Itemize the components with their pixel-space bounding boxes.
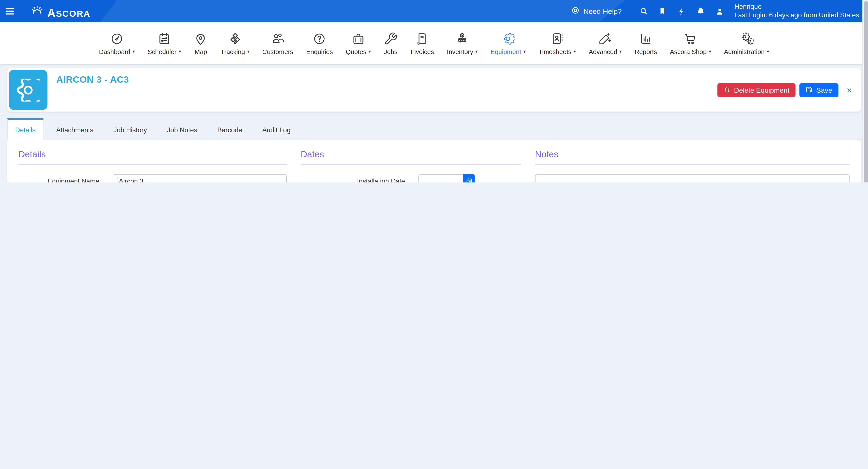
- equipment-header-card: AIRCON 3 - AC3 Delete Equipment: [7, 68, 861, 112]
- chevron-down-icon: ▾: [247, 49, 249, 54]
- dashboard-icon: [110, 31, 124, 45]
- lifebuoy-icon: [571, 6, 580, 17]
- notifications-bell-icon[interactable]: [691, 6, 710, 16]
- nav-item-label: Tracking: [221, 48, 245, 55]
- tab-job-history[interactable]: Job History: [106, 118, 154, 139]
- customers-icon: [271, 31, 285, 45]
- bookmark-icon[interactable]: [653, 7, 672, 15]
- nav-item-ascora-shop[interactable]: Ascora Shop ▾: [668, 31, 713, 55]
- logo-text: ASCORA: [48, 7, 90, 18]
- section-divider: [19, 164, 287, 165]
- user-info: Henrique Last Login: 6 days ago from Uni…: [734, 3, 859, 20]
- nav-item-label: Inventory: [447, 48, 473, 55]
- inventory-icon: [455, 31, 469, 45]
- tab-job-notes[interactable]: Job Notes: [160, 118, 205, 139]
- nav-item-inventory[interactable]: Inventory ▾: [445, 31, 480, 55]
- chevron-down-icon: ▾: [574, 49, 576, 54]
- tab-bar: Details Attachments Job History Job Note…: [7, 118, 861, 139]
- enquiries-icon: [313, 31, 327, 45]
- installation-date-calendar-button[interactable]: [463, 174, 475, 182]
- trash-icon: [723, 86, 731, 95]
- chevron-down-icon: ▾: [523, 49, 526, 54]
- tab-label: Job History: [114, 126, 147, 134]
- nav-item-enquiries[interactable]: Enquiries: [304, 31, 335, 55]
- details-panel: Details Equipment NameAircon 3Equipment …: [7, 139, 861, 182]
- nav-item-jobs[interactable]: Jobs: [381, 31, 400, 55]
- reports-icon: [639, 31, 653, 45]
- map-pin-icon: [194, 31, 208, 45]
- nav-item-label: Jobs: [384, 48, 397, 55]
- nav-item-label: Invoices: [410, 48, 434, 55]
- notes-textarea[interactable]: [535, 174, 850, 182]
- tab-barcode[interactable]: Barcode: [210, 118, 249, 139]
- nav-item-label: Dashboard: [99, 48, 130, 55]
- save-button[interactable]: Save: [800, 83, 838, 97]
- nav-item-label: Scheduler: [148, 48, 177, 55]
- installation-date-label: Installation Date: [301, 178, 405, 182]
- chevron-down-icon: ▾: [475, 49, 477, 54]
- chevron-down-icon: ▾: [709, 49, 711, 54]
- shop-cart-icon: [683, 31, 697, 45]
- lightning-bolt-icon[interactable]: [672, 6, 691, 16]
- nav-item-invoices[interactable]: Invoices: [408, 31, 436, 55]
- installation-date-input[interactable]: [418, 174, 463, 182]
- scheduler-icon: [157, 31, 172, 45]
- chevron-down-icon: ▾: [179, 49, 181, 54]
- nav-item-label: Timesheets: [538, 48, 571, 55]
- section-divider: [535, 164, 850, 165]
- nav-item-timesheets[interactable]: Timesheets ▾: [536, 31, 578, 55]
- tab-label: Details: [15, 126, 35, 134]
- chevron-down-icon: ▾: [132, 49, 135, 54]
- nav-item-label: Reports: [634, 48, 657, 55]
- nav-item-advanced[interactable]: Advanced ▾: [587, 31, 624, 55]
- details-section-heading: Details: [19, 149, 287, 160]
- delete-equipment-button[interactable]: Delete Equipment: [717, 83, 796, 97]
- jobs-icon: [384, 31, 398, 45]
- tab-details[interactable]: Details: [7, 118, 43, 139]
- tab-label: Audit Log: [262, 126, 290, 134]
- nav-item-scheduler[interactable]: Scheduler ▾: [145, 31, 183, 55]
- nav-item-label: Enquiries: [306, 48, 333, 55]
- need-help-button[interactable]: Need Help?: [571, 6, 622, 17]
- nav-item-quotes[interactable]: Quotes ▾: [344, 31, 373, 55]
- nav-item-label: Equipment: [491, 48, 521, 55]
- nav-item-label: Administration: [724, 48, 765, 55]
- chevron-down-icon: ▾: [767, 49, 769, 54]
- equipment-icon: [501, 31, 515, 45]
- nav-item-label: Quotes: [346, 48, 366, 55]
- chevron-down-icon: ▾: [369, 49, 371, 54]
- nav-item-administration[interactable]: Administration ▾: [722, 31, 771, 55]
- user-profile-icon[interactable]: [710, 6, 729, 16]
- quotes-icon: [351, 31, 365, 45]
- hamburger-menu-icon[interactable]: [6, 8, 14, 14]
- nav-item-tracking[interactable]: Tracking ▾: [218, 31, 252, 55]
- section-divider: [301, 164, 521, 165]
- advanced-icon: [598, 31, 612, 45]
- text-cursor: [118, 178, 118, 182]
- tab-label: Attachments: [56, 126, 93, 134]
- top-bar: ASCORA Need Help?: [0, 0, 868, 22]
- tab-attachments[interactable]: Attachments: [49, 118, 101, 139]
- nav-item-equipment[interactable]: Equipment ▾: [488, 31, 528, 55]
- nav-item-label: Map: [194, 48, 207, 55]
- tab-label: Job Notes: [167, 126, 197, 134]
- nav-item-label: Customers: [262, 48, 293, 55]
- equipment-name-input[interactable]: Aircon 3: [113, 174, 287, 182]
- scrollbar-thumb[interactable]: [864, 1, 868, 182]
- ascora-logo[interactable]: ASCORA: [30, 4, 90, 19]
- last-login: Last Login: 6 days ago from United State…: [734, 11, 859, 20]
- tab-audit-log[interactable]: Audit Log: [255, 118, 298, 139]
- tab-label: Barcode: [217, 126, 242, 134]
- nav-item-map[interactable]: Map: [191, 31, 210, 55]
- nav-item-label: Ascora Shop: [670, 48, 707, 55]
- tracking-icon: [228, 31, 242, 45]
- nav-item-customers[interactable]: Customers: [260, 31, 296, 55]
- close-icon[interactable]: ×: [846, 86, 852, 95]
- equipment-name-label: Equipment Name: [19, 178, 99, 182]
- timesheets-icon: [550, 31, 564, 45]
- nav-item-reports[interactable]: Reports: [632, 31, 659, 55]
- administration-icon: [740, 31, 753, 45]
- calendar-icon: [465, 177, 472, 182]
- nav-item-dashboard[interactable]: Dashboard ▾: [97, 31, 137, 55]
- search-icon[interactable]: [634, 7, 653, 15]
